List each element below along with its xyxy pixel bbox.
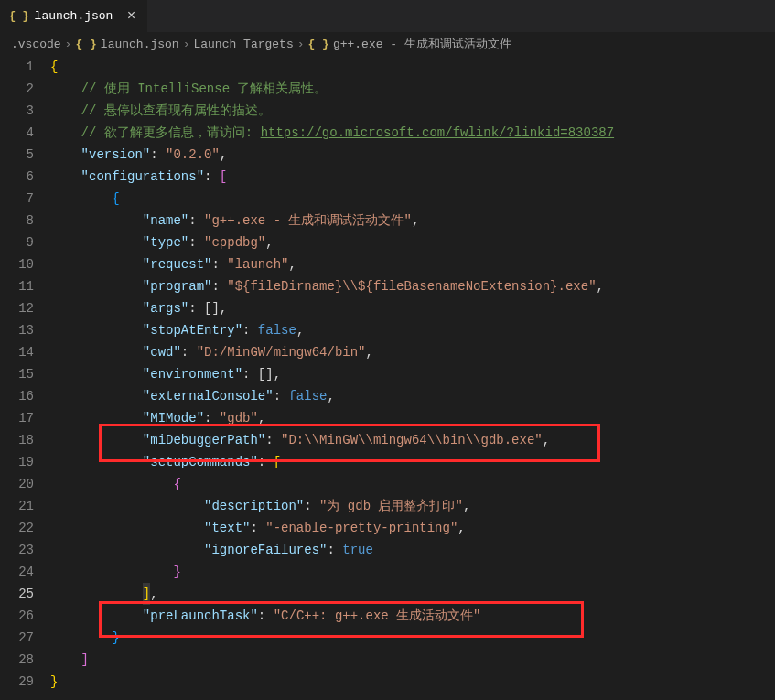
json-value: "cppdbg" [204,235,265,250]
code-text: , [366,345,373,360]
code-editor[interactable]: 1 2 3 4 5 6 7 8 9 10 11 12 13 14 15 16 1… [0,56,775,700]
json-key: "version" [81,147,151,162]
code-link[interactable]: https://go.microsoft.com/fwlink/?linkid=… [261,125,614,140]
line-number: 10 [0,253,34,275]
crumb-item[interactable]: g++.exe - 生成和调试活动文件 [333,36,511,52]
code-text: : [211,279,227,294]
line-number: 28 [0,649,34,671]
json-key: "preLaunchTask" [143,608,258,623]
code-text: : [258,455,274,469]
code-text: : [258,608,274,623]
code-text: : [150,147,166,162]
json-value: "g++.exe - 生成和调试活动文件" [204,213,412,228]
code-text: : [327,543,342,557]
line-number: 11 [0,275,34,297]
line-number: 8 [0,210,34,232]
code-text: : [242,323,258,338]
json-key: "ignoreFailures" [204,543,327,557]
json-value: "${fileDirname}\\${fileBasenameNoExtensi… [227,279,596,294]
line-number: 3 [0,100,34,122]
line-number: 17 [0,407,34,429]
line-number: 13 [0,319,34,341]
code-text: : [211,257,227,272]
crumb-folder[interactable]: .vscode [11,38,61,51]
line-number: 6 [0,166,34,188]
json-value: "C/C++: g++.exe 生成活动文件" [274,608,481,623]
code-text: : [188,235,204,250]
json-key: "type" [143,235,188,250]
code-text: : [250,521,265,535]
json-value: false [258,323,296,338]
line-number: 4 [0,122,34,144]
line-number: 25 [0,583,34,605]
code-text: [], [258,367,281,382]
json-value: false [288,389,327,404]
code-text: } [50,674,58,689]
close-icon[interactable]: × [124,8,138,25]
code-content[interactable]: { // 使用 IntelliSense 了解相关属性。 // 悬停以查看现有属… [50,56,775,700]
code-text: [], [204,301,227,316]
line-number: 22 [0,517,34,539]
line-number: 26 [0,605,34,627]
code-text: : [304,499,319,513]
line-number: 21 [0,495,34,517]
scrollbar[interactable] [764,56,775,700]
json-key: "program" [143,279,212,294]
json-icon: { } [308,38,329,51]
line-number: 7 [0,188,34,210]
line-number: 2 [0,78,34,100]
line-number: 24 [0,561,34,583]
json-key: "MIMode" [143,411,204,425]
chevron-right-icon: › [183,38,190,51]
json-icon: { } [9,10,29,23]
json-value: true [342,543,373,557]
crumb-section[interactable]: Launch Targets [193,38,293,51]
line-number: 18 [0,429,34,451]
tab-label: launch.json [35,9,113,23]
json-value: "为 gdb 启用整齐打印" [319,499,463,513]
tab-launch-json[interactable]: { } launch.json × [0,0,148,32]
crumb-file[interactable]: launch.json [101,38,179,51]
line-number: 23 [0,539,34,561]
code-text: { [50,59,58,74]
breadcrumb[interactable]: .vscode › { } launch.json › Launch Targe… [0,32,775,56]
line-number: 5 [0,144,34,166]
code-text: , [265,235,273,250]
code-comment: // 欲了解更多信息，请访问: [81,125,261,140]
json-key: "text" [204,521,250,535]
code-text: : [204,169,220,184]
code-text: , [150,587,157,601]
code-text: : [242,367,258,382]
json-key: "externalConsole" [143,389,274,404]
code-text: : [265,433,281,447]
code-comment: // 悬停以查看现有属性的描述。 [81,103,271,118]
tab-bar: { } launch.json × [0,0,775,32]
json-value: "gdb" [220,411,258,425]
json-value: "D:\\MinGW\\mingw64\\bin\\gdb.exe" [281,433,543,447]
code-text: { [173,477,180,491]
line-number: 15 [0,363,34,385]
json-value: "D:/MinGW/mingw64/bin" [197,345,366,360]
line-number: 9 [0,232,34,253]
line-number-gutter: 1 2 3 4 5 6 7 8 9 10 11 12 13 14 15 16 1… [0,56,50,700]
line-number: 12 [0,297,34,319]
code-text: : [274,389,289,404]
code-text: ] [143,587,150,601]
line-number: 29 [0,671,34,693]
code-text: [ [274,455,281,469]
line-number: 20 [0,473,34,495]
json-key: "name" [143,213,188,228]
code-text: } [173,565,180,579]
json-icon: { } [75,38,96,51]
code-text: , [457,521,465,535]
code-text: , [543,433,550,447]
code-comment: // 使用 IntelliSense 了解相关属性。 [81,81,328,96]
json-value: "0.2.0" [166,147,220,162]
chevron-right-icon: › [297,38,305,51]
json-key: "setupCommands" [143,455,258,469]
json-key: "configurations" [81,169,204,184]
json-key: "miDebuggerPath" [143,433,265,447]
json-key: "stopAtEntry" [143,323,242,338]
code-text: , [412,213,419,228]
line-number: 19 [0,451,34,473]
